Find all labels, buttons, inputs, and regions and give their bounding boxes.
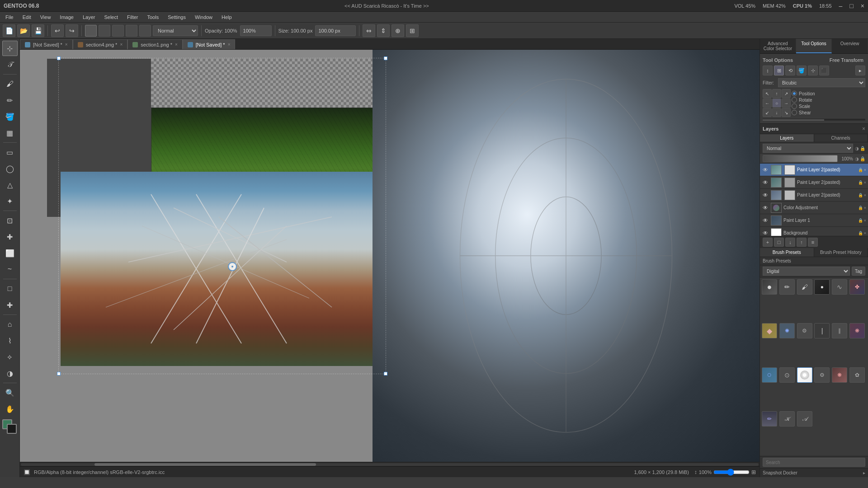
brush-item-8[interactable]: ✺ (779, 323, 795, 338)
brush-item-12[interactable]: ❋ (849, 323, 865, 338)
transform-btn-move[interactable]: ↕ (763, 66, 773, 75)
view-mode-btn-5[interactable] (139, 25, 151, 37)
layer-close-2[interactable]: × (864, 180, 866, 185)
new-file-btn[interactable]: 📄 (3, 24, 15, 37)
transform-btn-4[interactable]: ⊹ (808, 66, 818, 75)
pos-tc[interactable]: ↑ (772, 89, 781, 98)
tab-section1[interactable]: section1.png * × (127, 39, 183, 49)
brush-item-3[interactable]: 🖌 (797, 279, 812, 295)
layer-row-4[interactable]: 👁 Color Adjustment 🔒 × (760, 202, 868, 214)
pos-mr[interactable]: → (782, 99, 791, 108)
tool-crop[interactable]: ⊡ (2, 213, 18, 228)
tool-freehand-select[interactable]: ✦ (2, 193, 18, 209)
pos-ml[interactable]: ← (763, 99, 772, 108)
menu-edit[interactable]: Edit (19, 14, 35, 21)
pos-bc[interactable]: ↓ (772, 108, 781, 117)
brush-item-17[interactable]: ❋ (832, 367, 847, 383)
tool-rect-shape[interactable]: □ (2, 281, 18, 296)
layer-vis-5[interactable]: 👁 (762, 217, 769, 224)
brush-item-7[interactable]: ◆ (762, 323, 777, 338)
tab-close-2[interactable]: × (120, 42, 123, 47)
layer-vis-1[interactable]: 👁 (762, 166, 769, 174)
tool-gradient[interactable]: ▦ (2, 125, 18, 141)
brush-item-10[interactable]: | (814, 323, 830, 338)
brush-item-9[interactable]: ⚙ (797, 323, 812, 338)
transform-btn-2[interactable]: ⟲ (785, 66, 795, 75)
brush-item-2[interactable]: ✏ (779, 279, 795, 295)
transform-btn-5[interactable]: ⬛ (819, 66, 829, 75)
tool-pan[interactable]: ✋ (2, 401, 18, 417)
tool-options-scrollbar[interactable] (763, 119, 865, 121)
redo-btn[interactable]: ↪ (66, 24, 78, 37)
tool-smudge[interactable]: ~ (2, 262, 18, 277)
layer-vis-4[interactable]: 👁 (762, 204, 769, 211)
view-mode-btn-2[interactable] (99, 25, 110, 37)
tab-advanced-color[interactable]: Advanced Color Selector (760, 39, 796, 53)
tool-rect-select[interactable]: ▭ (2, 145, 18, 160)
pos-mc[interactable]: ○ (772, 99, 781, 108)
color-picker[interactable] (2, 419, 18, 435)
layer-opacity-bar[interactable] (763, 155, 838, 162)
background-color[interactable] (7, 424, 17, 434)
brush-item-6[interactable]: ✤ (849, 279, 865, 295)
layer-lock-1[interactable]: 🔒 (858, 168, 863, 172)
transform-center[interactable] (228, 262, 237, 271)
menu-file[interactable]: File (2, 14, 17, 21)
layer-row-6[interactable]: 👁 Background 🔒 × (760, 227, 868, 236)
layer-vis-2[interactable]: 👁 (762, 179, 769, 186)
mirror-v-btn[interactable]: ⇕ (377, 24, 390, 37)
tool-ellipse-select[interactable]: ◯ (2, 161, 18, 176)
layer-down-btn[interactable]: ↓ (785, 238, 795, 247)
layer-copy-btn[interactable]: □ (774, 238, 784, 247)
tool-dodge[interactable]: ◑ (2, 366, 18, 381)
menu-filter[interactable]: Filter (123, 14, 142, 21)
tab-section4[interactable]: section4.png * × (73, 39, 128, 49)
tool-pencil[interactable]: ✏ (2, 93, 18, 108)
layer-lock-4[interactable]: 🔒 (858, 206, 863, 210)
blend-mode-combo[interactable]: Normal Multiply Screen Overlay (153, 25, 198, 36)
brush-item-16[interactable]: ⚙ (814, 367, 830, 383)
tool-freehand[interactable]: 𝒯 (2, 57, 18, 72)
transform-btn-3[interactable]: 🪣 (797, 66, 807, 75)
brush-item-21[interactable]: 𝒜 (797, 411, 812, 427)
undo-btn[interactable]: ↩ (51, 24, 64, 37)
tool-transform[interactable]: ⊹ (2, 41, 18, 56)
layer-lock-5[interactable]: 🔒 (858, 218, 863, 223)
layer-lock-3[interactable]: 🔒 (858, 193, 863, 197)
tool-brush[interactable]: 🖌 (2, 76, 18, 92)
tab-overview[interactable]: Overview (832, 39, 868, 53)
tool-options-scroll-thumb[interactable] (763, 119, 824, 121)
transform-btn-1[interactable]: ⊞ (774, 66, 784, 75)
layer-row-1[interactable]: 👁 Paint Layer 2(pasted) 🔒 × (760, 164, 868, 176)
transform-btn-expand[interactable]: ▸ (855, 66, 865, 75)
brush-item-1[interactable]: ● (762, 279, 777, 295)
radio-scale[interactable]: Scale (792, 103, 815, 109)
open-file-btn[interactable]: 📂 (17, 24, 30, 37)
brush-item-15[interactable]: ● (797, 367, 812, 383)
menu-view[interactable]: View (37, 14, 55, 21)
radio-rotate[interactable]: Rotate (792, 97, 815, 103)
brush-tab-history[interactable]: Brush Preset History (814, 248, 868, 257)
radio-position[interactable]: Position (792, 91, 815, 96)
layer-vis-6[interactable]: 👁 (762, 230, 769, 236)
brush-search-input[interactable] (763, 458, 865, 467)
tab-tool-options[interactable]: Tool Options (796, 39, 832, 53)
opacity-btn-2[interactable]: 🔒 (860, 156, 865, 161)
view-mode-btn-4[interactable] (126, 25, 137, 37)
tab-close-3[interactable]: × (175, 42, 178, 47)
tool-path[interactable]: ⌂ (2, 317, 18, 332)
brush-item-19[interactable]: ✏ (762, 411, 777, 427)
brush-item-11[interactable]: ∥ (832, 323, 847, 338)
size-input[interactable] (315, 25, 356, 36)
opacity-btn-1[interactable]: ◑ (855, 156, 859, 161)
layer-blend-mode[interactable]: Normal Multiply Screen (763, 144, 853, 153)
snapshot-docker-header[interactable]: Snapshot Docker ▸ (760, 468, 868, 477)
opacity-input[interactable] (240, 25, 272, 36)
menu-image[interactable]: Image (56, 14, 77, 21)
brush-filter-select[interactable]: Digital Basic Ink Watercolor (763, 267, 850, 276)
save-file-btn[interactable]: 💾 (32, 24, 44, 37)
layer-add-btn[interactable]: + (763, 238, 773, 247)
tab-not-saved-2[interactable]: [Not Saved] * × (183, 39, 236, 49)
layer-lock-2[interactable]: 🔒 (858, 180, 863, 185)
menu-layer[interactable]: Layer (79, 14, 99, 21)
